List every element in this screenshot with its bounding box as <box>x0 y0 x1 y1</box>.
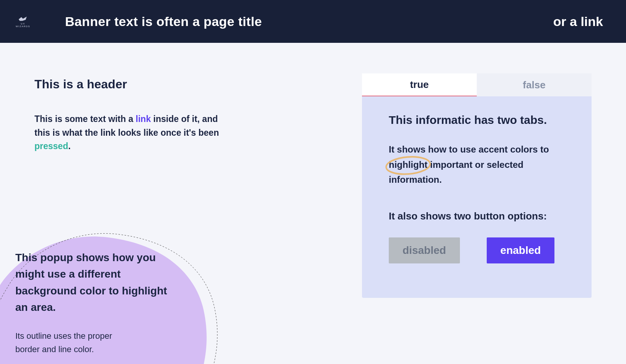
top-banner: UX WIZARDS Banner text is often a page t… <box>0 0 626 43</box>
highlight-word-text: highlight <box>389 159 427 170</box>
inline-pressed-link[interactable]: pressed <box>34 141 68 151</box>
card-paragraph: It shows how to use accent colors to hig… <box>389 142 569 187</box>
tab-false[interactable]: false <box>477 73 592 96</box>
main-area: This is a header This is some text with … <box>0 43 626 364</box>
popup-content: This popup shows how you might use a dif… <box>15 249 172 356</box>
card-title: This informatic has two tabs. <box>389 114 569 127</box>
informatic-card: true false This informatic has two tabs.… <box>362 73 592 298</box>
intro-text-after: . <box>68 141 70 151</box>
banner-link[interactable]: or a link <box>553 14 603 29</box>
disabled-button[interactable]: disabled <box>389 237 460 263</box>
logo-wizards-label: WIZARDS <box>16 25 30 28</box>
tab-true[interactable]: true <box>362 73 477 96</box>
popup-title: This popup shows how you might use a dif… <box>15 249 172 316</box>
logo-ux-label: UX <box>21 23 25 25</box>
popup-body: Its outline uses the proper border and l… <box>15 329 130 356</box>
tab-bar: true false <box>362 73 592 96</box>
enabled-button[interactable]: enabled <box>487 237 555 263</box>
card-body: This informatic has two tabs. It shows h… <box>362 96 592 298</box>
banner-title: Banner text is often a page title <box>65 14 553 29</box>
section-header: This is a header <box>34 77 241 91</box>
intro-paragraph: This is some text with a link inside of … <box>34 112 230 153</box>
intro-text-before: This is some text with a <box>34 114 136 124</box>
logo-icon: UX WIZARDS <box>15 14 31 29</box>
inline-link[interactable]: link <box>136 114 151 124</box>
left-column: This is a header This is some text with … <box>34 77 241 153</box>
highlight-word: highlight <box>389 157 427 172</box>
card-subheader: It also shows two button options: <box>389 210 569 222</box>
popup-blob: This popup shows how you might use a dif… <box>0 207 233 364</box>
button-row: disabled enabled <box>389 237 569 263</box>
card-text-before: It shows how to use accent colors to <box>389 144 549 154</box>
